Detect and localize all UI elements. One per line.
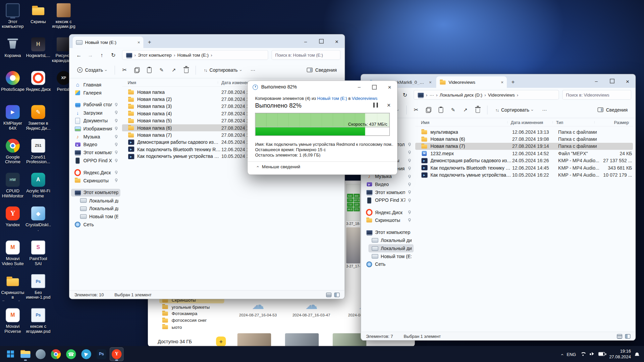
sidebar-item[interactable]: Сеть bbox=[363, 260, 414, 268]
file-row[interactable]: Демонстрация работы садового измел... 24… bbox=[415, 157, 633, 164]
volume-icon[interactable] bbox=[590, 352, 594, 356]
desktop-icon[interactable]: Movavi Picverse bbox=[0, 306, 25, 340]
more-button[interactable]: ··· bbox=[538, 104, 550, 115]
sidebar-item[interactable]: Изображения bbox=[71, 125, 120, 133]
desktop-icon[interactable]: Яндекс.Диск bbox=[25, 68, 51, 102]
desktop-icon[interactable]: Скрины bbox=[25, 1, 51, 35]
delete-icon[interactable] bbox=[181, 65, 192, 75]
file-row[interactable]: Как подключить Bluetooth технику RED... … bbox=[415, 164, 633, 171]
forward-button[interactable] bbox=[85, 50, 96, 60]
copy-icon[interactable] bbox=[131, 65, 142, 75]
desktop-icon[interactable]: Заметки в Яндекс.Ди... bbox=[25, 103, 51, 136]
taskbar-chrome[interactable] bbox=[49, 347, 63, 361]
desktop-icon[interactable]: PhotoScape bbox=[0, 68, 25, 102]
taskbar-telegram[interactable] bbox=[79, 347, 93, 361]
sidebar-item[interactable]: Видео bbox=[71, 141, 120, 149]
language-indicator[interactable]: ENG bbox=[567, 352, 576, 357]
maximize-button[interactable] bbox=[604, 74, 620, 88]
battery-icon[interactable] bbox=[599, 352, 605, 356]
details-view-toggle[interactable] bbox=[617, 334, 622, 338]
sidebar-item[interactable]: Сеть bbox=[71, 221, 120, 229]
thumbnail-view-toggle[interactable] bbox=[334, 292, 340, 297]
close-button[interactable] bbox=[382, 81, 397, 93]
sidebar-item[interactable]: Новый том (E:) bbox=[77, 213, 120, 221]
desktop-icon[interactable]: Yandex bbox=[0, 204, 25, 238]
benchmark-thumbnail[interactable]: 6.84007.0107.97.012044.3273 bbox=[346, 184, 360, 221]
file-row[interactable]: мультиварка 12.06.2024 13:13 Папка с фай… bbox=[415, 128, 633, 135]
pause-button[interactable] bbox=[373, 103, 378, 108]
desktop-icon[interactable]: Этот компьютер bbox=[0, 1, 25, 35]
cancel-copy-button[interactable] bbox=[387, 101, 391, 109]
file-row[interactable]: Новая папка (7) 27.08.2024 19:14 Папка с… bbox=[415, 143, 633, 150]
tab-close-icon[interactable] bbox=[501, 80, 503, 85]
minimize-button[interactable] bbox=[352, 81, 367, 93]
rename-icon[interactable] bbox=[156, 65, 167, 75]
details-button[interactable]: Сведения bbox=[594, 104, 631, 115]
up-button[interactable] bbox=[97, 50, 107, 60]
less-details-toggle[interactable]: Меньше сведений bbox=[257, 164, 300, 169]
desktop-icon[interactable]: Zone51 Profession... bbox=[25, 136, 51, 170]
cut-icon[interactable] bbox=[411, 105, 422, 115]
paste-icon[interactable] bbox=[144, 65, 155, 75]
sidebar-item[interactable]: Галерея bbox=[71, 89, 120, 97]
sidebar-item[interactable]: Документы bbox=[71, 117, 120, 125]
sidebar-item[interactable]: Локальный диск (D bbox=[77, 204, 120, 213]
sidebar-item[interactable]: Локальный диск (C bbox=[368, 236, 414, 244]
sidebar-item[interactable]: Локальный диск (D bbox=[368, 244, 414, 252]
taskbar-whatsapp[interactable] bbox=[64, 347, 78, 361]
desktop-icon[interactable]: KMPlayer 64X bbox=[0, 103, 25, 136]
refresh-button[interactable] bbox=[399, 89, 410, 100]
column-header-type[interactable]: Тип bbox=[556, 120, 598, 125]
tab-close-icon[interactable] bbox=[138, 40, 140, 45]
desktop-icon[interactable]: HogwartsL... bbox=[25, 35, 51, 68]
sidebar-item[interactable]: Этот компьютер bbox=[363, 229, 414, 237]
more-button[interactable]: ··· bbox=[247, 64, 259, 76]
file-row[interactable]: Новая папка (6) 27.08.2024 19:08 Папка с… bbox=[415, 136, 633, 143]
desktop-icon[interactable]: CPUID HWMonitor bbox=[0, 170, 25, 204]
sidebar-item[interactable]: OPPO Find X7 Ult bbox=[363, 196, 414, 204]
sidebar-item[interactable]: Рабочий стол bbox=[71, 101, 120, 109]
copy-icon[interactable] bbox=[423, 105, 434, 115]
close-button[interactable] bbox=[620, 74, 636, 88]
thumbnail-view-toggle[interactable] bbox=[625, 334, 631, 338]
source-folder-link[interactable]: Новый том (E:) bbox=[317, 96, 347, 101]
minimize-button[interactable] bbox=[589, 74, 604, 88]
desktop-icon[interactable]: Скриншоты в Яндекс.Д... bbox=[0, 272, 25, 306]
destination-folder-link[interactable]: Videoreviews bbox=[352, 96, 377, 101]
column-header-size[interactable]: Размер bbox=[598, 120, 633, 125]
taskbar-photoshop[interactable] bbox=[95, 347, 109, 361]
taskbar-yandex-browser[interactable] bbox=[110, 347, 124, 361]
tab-close-icon[interactable] bbox=[429, 80, 432, 85]
sidebar-item[interactable]: Новый том (E:) bbox=[368, 252, 414, 260]
desktop-icon[interactable]: кексик с ягодами.jpg bbox=[51, 1, 76, 35]
sidebar-item[interactable]: Главная bbox=[71, 81, 120, 89]
desktop-icon[interactable]: CrystalDiskI... bbox=[25, 204, 51, 238]
delete-icon[interactable] bbox=[472, 105, 483, 115]
maximize-button[interactable] bbox=[367, 81, 382, 93]
photo-thumbnail[interactable] bbox=[237, 333, 271, 347]
create-button[interactable]: Создать bbox=[73, 64, 110, 76]
yandex-folder-item[interactable]: ыото bbox=[159, 324, 224, 330]
sidebar-item[interactable] bbox=[363, 204, 414, 208]
sidebar-item[interactable] bbox=[363, 224, 414, 228]
desktop-icon[interactable]: Корзина bbox=[0, 35, 25, 68]
sidebar-item[interactable]: Этот компьютер bbox=[71, 148, 120, 157]
new-tab-button[interactable] bbox=[511, 78, 515, 85]
column-header-date[interactable]: Дата изменения bbox=[511, 120, 556, 125]
search-input[interactable] bbox=[562, 90, 631, 100]
sidebar-item[interactable]: Этот компьютер bbox=[71, 189, 120, 197]
sidebar-item[interactable] bbox=[71, 185, 120, 189]
photo-thumbnail[interactable] bbox=[285, 333, 319, 347]
add-button[interactable] bbox=[216, 337, 226, 346]
close-button[interactable] bbox=[329, 35, 345, 48]
sidebar-item[interactable] bbox=[71, 165, 120, 169]
breadcrumb-item[interactable]: Этот компьютер bbox=[138, 53, 172, 58]
desktop-icon[interactable]: PaintTool SAI bbox=[25, 238, 51, 272]
sidebar-item[interactable]: Загрузки bbox=[71, 109, 120, 117]
address-bar[interactable]: ··· Локальный диск (D:) Videoreviews bbox=[414, 90, 559, 100]
sidebar-item[interactable]: Видео bbox=[363, 180, 414, 188]
yandex-folder-item[interactable]: Фотокамера bbox=[159, 310, 224, 317]
back-button[interactable] bbox=[73, 50, 84, 60]
details-view-toggle[interactable] bbox=[326, 292, 331, 297]
breadcrumb-item[interactable]: Локальный диск (D:) bbox=[440, 93, 482, 98]
